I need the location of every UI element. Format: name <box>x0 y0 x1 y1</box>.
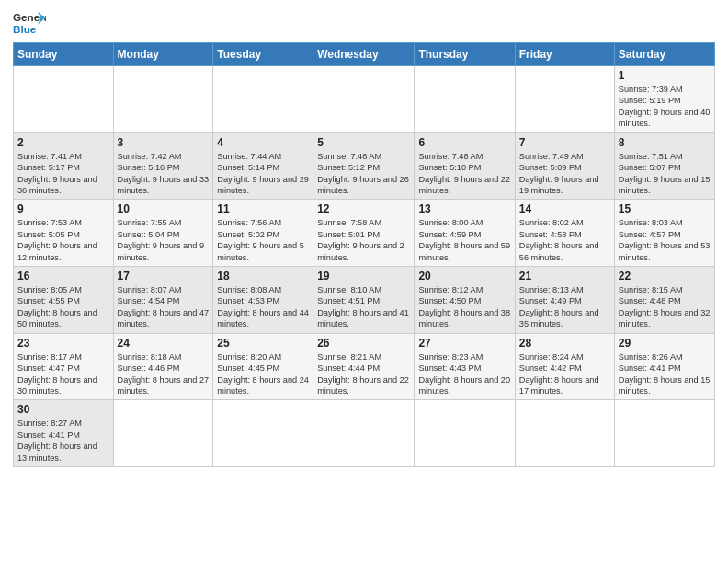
day-info: Sunrise: 8:17 AM Sunset: 4:47 PM Dayligh… <box>17 351 109 397</box>
generalblue-logo-icon: General Blue <box>13 9 46 37</box>
day-number: 6 <box>418 136 510 149</box>
day-number: 15 <box>619 202 711 215</box>
logo: General Blue <box>13 9 46 37</box>
day-info: Sunrise: 8:24 AM Sunset: 4:42 PM Dayligh… <box>519 351 610 397</box>
day-cell: 1Sunrise: 7:39 AM Sunset: 5:19 PM Daylig… <box>614 66 714 133</box>
day-info: Sunrise: 7:51 AM Sunset: 5:07 PM Dayligh… <box>619 151 711 197</box>
day-info: Sunrise: 8:20 AM Sunset: 4:45 PM Dayligh… <box>217 351 309 397</box>
weekday-header-tuesday: Tuesday <box>213 43 313 66</box>
day-cell <box>313 66 415 133</box>
day-info: Sunrise: 8:07 AM Sunset: 4:54 PM Dayligh… <box>118 284 210 330</box>
day-number: 30 <box>17 403 109 416</box>
day-info: Sunrise: 8:10 AM Sunset: 4:51 PM Dayligh… <box>317 284 410 330</box>
day-cell <box>415 66 515 133</box>
day-number: 10 <box>118 202 210 215</box>
day-number: 7 <box>519 136 610 149</box>
week-row-4: 23Sunrise: 8:17 AM Sunset: 4:47 PM Dayli… <box>14 333 715 400</box>
weekday-header-monday: Monday <box>113 43 213 66</box>
day-info: Sunrise: 7:42 AM Sunset: 5:16 PM Dayligh… <box>118 151 210 197</box>
day-cell: 3Sunrise: 7:42 AM Sunset: 5:16 PM Daylig… <box>113 132 213 200</box>
day-cell <box>213 66 313 133</box>
day-cell: 12Sunrise: 7:58 AM Sunset: 5:01 PM Dayli… <box>313 200 415 267</box>
day-cell: 29Sunrise: 8:26 AM Sunset: 4:41 PM Dayli… <box>614 333 714 400</box>
day-number: 28 <box>519 337 610 350</box>
day-info: Sunrise: 8:18 AM Sunset: 4:46 PM Dayligh… <box>118 351 210 397</box>
day-info: Sunrise: 7:55 AM Sunset: 5:04 PM Dayligh… <box>118 217 210 263</box>
weekday-header-row: SundayMondayTuesdayWednesdayThursdayFrid… <box>14 43 715 66</box>
day-cell: 27Sunrise: 8:23 AM Sunset: 4:43 PM Dayli… <box>415 333 515 400</box>
day-cell: 30Sunrise: 8:27 AM Sunset: 4:41 PM Dayli… <box>14 400 114 467</box>
day-number: 3 <box>118 136 210 149</box>
day-cell <box>213 400 313 467</box>
day-number: 20 <box>418 270 510 282</box>
day-number: 12 <box>317 202 410 215</box>
day-cell: 28Sunrise: 8:24 AM Sunset: 4:42 PM Dayli… <box>515 333 614 400</box>
day-number: 1 <box>619 69 711 82</box>
day-cell: 22Sunrise: 8:15 AM Sunset: 4:48 PM Dayli… <box>614 267 714 334</box>
day-info: Sunrise: 7:53 AM Sunset: 5:05 PM Dayligh… <box>17 217 109 263</box>
day-info: Sunrise: 8:03 AM Sunset: 4:57 PM Dayligh… <box>619 217 711 263</box>
day-info: Sunrise: 8:26 AM Sunset: 4:41 PM Dayligh… <box>619 351 711 397</box>
day-cell: 7Sunrise: 7:49 AM Sunset: 5:09 PM Daylig… <box>515 132 614 200</box>
day-info: Sunrise: 8:08 AM Sunset: 4:53 PM Dayligh… <box>217 284 309 330</box>
day-cell <box>515 400 614 467</box>
calendar-table: SundayMondayTuesdayWednesdayThursdayFrid… <box>13 42 715 467</box>
header-area: General Blue <box>13 9 715 37</box>
day-cell: 19Sunrise: 8:10 AM Sunset: 4:51 PM Dayli… <box>313 267 415 334</box>
day-cell: 8Sunrise: 7:51 AM Sunset: 5:07 PM Daylig… <box>614 132 714 200</box>
day-cell <box>313 400 415 467</box>
day-cell: 20Sunrise: 8:12 AM Sunset: 4:50 PM Dayli… <box>415 267 515 334</box>
day-number: 22 <box>619 270 711 282</box>
day-info: Sunrise: 8:05 AM Sunset: 4:55 PM Dayligh… <box>17 284 109 330</box>
day-cell: 11Sunrise: 7:56 AM Sunset: 5:02 PM Dayli… <box>213 200 313 267</box>
day-number: 25 <box>217 337 309 350</box>
weekday-header-sunday: Sunday <box>14 43 114 66</box>
day-number: 19 <box>317 270 410 282</box>
day-number: 11 <box>217 202 309 215</box>
week-row-0: 1Sunrise: 7:39 AM Sunset: 5:19 PM Daylig… <box>14 66 715 133</box>
day-number: 26 <box>317 337 410 350</box>
week-row-2: 9Sunrise: 7:53 AM Sunset: 5:05 PM Daylig… <box>14 200 715 267</box>
day-number: 5 <box>317 136 410 149</box>
day-info: Sunrise: 8:02 AM Sunset: 4:58 PM Dayligh… <box>519 217 610 263</box>
day-cell: 5Sunrise: 7:46 AM Sunset: 5:12 PM Daylig… <box>313 132 415 200</box>
day-cell <box>14 66 114 133</box>
day-number: 27 <box>418 337 510 350</box>
day-number: 9 <box>17 202 109 215</box>
day-cell: 25Sunrise: 8:20 AM Sunset: 4:45 PM Dayli… <box>213 333 313 400</box>
week-row-1: 2Sunrise: 7:41 AM Sunset: 5:17 PM Daylig… <box>14 132 715 200</box>
day-cell: 26Sunrise: 8:21 AM Sunset: 4:44 PM Dayli… <box>313 333 415 400</box>
day-info: Sunrise: 7:44 AM Sunset: 5:14 PM Dayligh… <box>217 151 309 197</box>
day-info: Sunrise: 7:39 AM Sunset: 5:19 PM Dayligh… <box>619 84 711 130</box>
day-cell <box>113 66 213 133</box>
day-info: Sunrise: 8:15 AM Sunset: 4:48 PM Dayligh… <box>619 284 711 330</box>
day-number: 14 <box>519 202 610 215</box>
day-cell: 10Sunrise: 7:55 AM Sunset: 5:04 PM Dayli… <box>113 200 213 267</box>
day-number: 2 <box>17 136 109 149</box>
calendar-body: 1Sunrise: 7:39 AM Sunset: 5:19 PM Daylig… <box>14 66 715 467</box>
day-cell: 9Sunrise: 7:53 AM Sunset: 5:05 PM Daylig… <box>14 200 114 267</box>
weekday-header-thursday: Thursday <box>415 43 515 66</box>
day-info: Sunrise: 7:46 AM Sunset: 5:12 PM Dayligh… <box>317 151 410 197</box>
day-number: 18 <box>217 270 309 282</box>
page: General Blue SundayMondayTuesdayWednesda… <box>0 0 728 563</box>
day-info: Sunrise: 8:23 AM Sunset: 4:43 PM Dayligh… <box>418 351 510 397</box>
day-cell: 16Sunrise: 8:05 AM Sunset: 4:55 PM Dayli… <box>14 267 114 334</box>
day-number: 24 <box>118 337 210 350</box>
calendar-header: SundayMondayTuesdayWednesdayThursdayFrid… <box>14 43 715 66</box>
day-number: 17 <box>118 270 210 282</box>
day-cell: 23Sunrise: 8:17 AM Sunset: 4:47 PM Dayli… <box>14 333 114 400</box>
day-cell <box>515 66 614 133</box>
day-info: Sunrise: 8:27 AM Sunset: 4:41 PM Dayligh… <box>17 418 109 464</box>
day-cell: 18Sunrise: 8:08 AM Sunset: 4:53 PM Dayli… <box>213 267 313 334</box>
weekday-header-friday: Friday <box>515 43 614 66</box>
day-cell: 6Sunrise: 7:48 AM Sunset: 5:10 PM Daylig… <box>415 132 515 200</box>
day-number: 23 <box>17 337 109 350</box>
day-cell: 15Sunrise: 8:03 AM Sunset: 4:57 PM Dayli… <box>614 200 714 267</box>
day-number: 29 <box>619 337 711 350</box>
weekday-header-wednesday: Wednesday <box>313 43 415 66</box>
day-number: 21 <box>519 270 610 282</box>
week-row-3: 16Sunrise: 8:05 AM Sunset: 4:55 PM Dayli… <box>14 267 715 334</box>
day-cell <box>415 400 515 467</box>
day-number: 8 <box>619 136 711 149</box>
